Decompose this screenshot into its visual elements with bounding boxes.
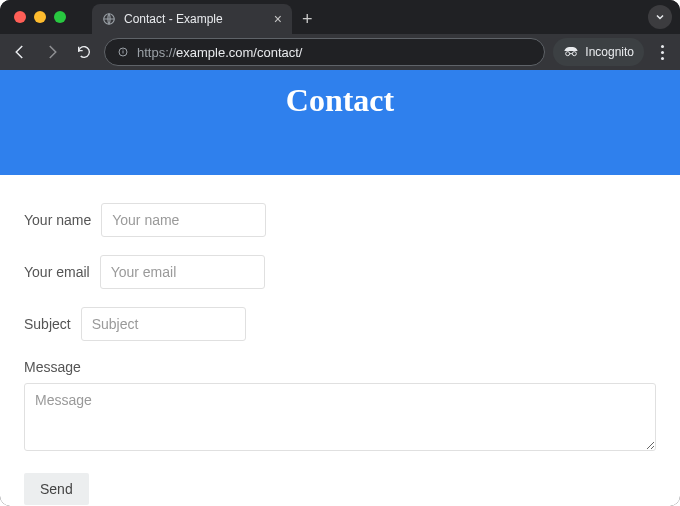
close-tab-icon[interactable]: × xyxy=(274,12,282,26)
name-row: Your name xyxy=(24,203,656,237)
menu-button[interactable] xyxy=(652,45,672,60)
forward-button[interactable] xyxy=(40,40,64,64)
page-content: Contact Your name Your email Subject Mes… xyxy=(0,70,680,506)
subject-row: Subject xyxy=(24,307,656,341)
tab-strip: Contact - Example × + xyxy=(0,0,680,34)
message-row: Message xyxy=(24,359,656,455)
url-text: https://example.com/contact/ xyxy=(137,45,302,60)
subject-input[interactable] xyxy=(81,307,246,341)
back-button[interactable] xyxy=(8,40,32,64)
name-input[interactable] xyxy=(101,203,266,237)
address-bar[interactable]: https://example.com/contact/ xyxy=(104,38,545,66)
svg-point-4 xyxy=(566,52,570,56)
url-scheme: https:// xyxy=(137,45,176,60)
contact-form: Your name Your email Subject Message Sen… xyxy=(0,175,680,506)
message-textarea[interactable] xyxy=(24,383,656,451)
incognito-badge[interactable]: Incognito xyxy=(553,38,644,66)
tab-title: Contact - Example xyxy=(124,12,266,26)
minimize-window-button[interactable] xyxy=(34,11,46,23)
incognito-label: Incognito xyxy=(585,45,634,59)
browser-window: Contact - Example × + https://example.co… xyxy=(0,0,680,506)
tab-list-button[interactable] xyxy=(648,5,672,29)
browser-tab[interactable]: Contact - Example × xyxy=(92,4,292,34)
svg-point-5 xyxy=(573,52,577,56)
globe-icon xyxy=(102,12,116,26)
url-host-path: example.com/contact/ xyxy=(176,45,302,60)
send-button[interactable]: Send xyxy=(24,473,89,505)
window-controls xyxy=(8,0,72,34)
name-label: Your name xyxy=(24,212,91,228)
page-hero: Contact xyxy=(0,70,680,175)
message-label: Message xyxy=(24,359,656,375)
incognito-icon xyxy=(563,45,579,59)
page-title: Contact xyxy=(286,82,394,119)
new-tab-button[interactable]: + xyxy=(292,9,323,34)
reload-button[interactable] xyxy=(72,40,96,64)
maximize-window-button[interactable] xyxy=(54,11,66,23)
email-row: Your email xyxy=(24,255,656,289)
toolbar: https://example.com/contact/ Incognito xyxy=(0,34,680,70)
svg-rect-3 xyxy=(123,50,124,51)
svg-rect-2 xyxy=(123,51,124,54)
close-window-button[interactable] xyxy=(14,11,26,23)
lock-icon xyxy=(117,46,129,58)
email-input[interactable] xyxy=(100,255,265,289)
subject-label: Subject xyxy=(24,316,71,332)
email-label: Your email xyxy=(24,264,90,280)
